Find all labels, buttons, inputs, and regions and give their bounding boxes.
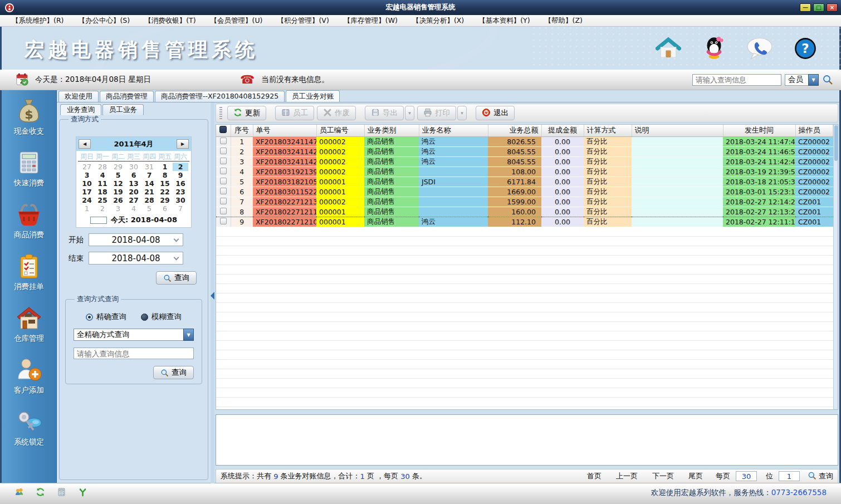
- calendar-date[interactable]: 1: [157, 163, 173, 171]
- radio-fuzzy-query[interactable]: 模糊查询: [141, 312, 182, 322]
- keyword-query-button[interactable]: 查询: [153, 366, 194, 379]
- calendar-date[interactable]: 9: [173, 171, 188, 179]
- minimize-button[interactable]: —: [800, 3, 811, 12]
- sidebar-item-系统锁定[interactable]: 系统锁定: [14, 408, 44, 447]
- column-header-seq[interactable]: 序号: [231, 125, 253, 136]
- calc-small-icon[interactable]: [57, 487, 66, 498]
- calendar-date[interactable]: 24: [79, 196, 95, 204]
- calendar-date[interactable]: 23: [173, 188, 188, 196]
- calendar-date[interactable]: 31: [141, 163, 157, 171]
- row-checkbox[interactable]: [220, 208, 227, 214]
- calendar-date[interactable]: 6: [157, 204, 173, 213]
- menu-item[interactable]: 【系统维护】(R): [4, 16, 71, 26]
- table-row[interactable]: 1XF20180324114741000002商品销售鸿云8026.550.00…: [216, 136, 833, 146]
- calendar-date[interactable]: 20: [126, 188, 141, 196]
- home-icon[interactable]: [655, 36, 682, 61]
- calendar-date[interactable]: 11: [95, 179, 110, 188]
- calendar-date[interactable]: 30: [126, 163, 141, 171]
- row-checkbox[interactable]: [220, 148, 227, 154]
- close-button[interactable]: ×: [827, 3, 838, 12]
- search-category-select[interactable]: 会员 ▼: [785, 74, 819, 86]
- menu-item[interactable]: 【基本资料】(Y): [471, 16, 537, 26]
- page-number-input[interactable]: [779, 471, 800, 481]
- per-page-input[interactable]: [736, 471, 757, 481]
- search-input[interactable]: [692, 74, 781, 86]
- calendar-prev-button[interactable]: ◀: [79, 139, 91, 149]
- fork-icon[interactable]: [78, 487, 87, 498]
- table-row[interactable]: 4XF20180319213951000002商品销售108.000.00百分比…: [216, 167, 833, 177]
- menu-item[interactable]: 【帮助】(Z): [537, 16, 590, 26]
- select-all-checkbox[interactable]: [219, 126, 227, 133]
- table-row[interactable]: 7XF20180227121325000002商品销售1599.000.00百分…: [216, 197, 833, 207]
- calendar-date[interactable]: 2: [95, 204, 110, 213]
- calendar-date[interactable]: 12: [110, 179, 126, 188]
- menu-item[interactable]: 【积分管理】(V): [270, 16, 336, 26]
- table-row[interactable]: 3XF20180324114214000002商品销售鸿云8045.550.00…: [216, 156, 833, 167]
- calendar-next-button[interactable]: ▶: [177, 139, 189, 149]
- sidebar-item-仓库管理[interactable]: 仓库管理: [14, 305, 44, 344]
- chevron-down-icon[interactable]: ▼: [183, 329, 194, 341]
- calendar-today-label[interactable]: 今天: 2018-04-08: [111, 215, 177, 225]
- menu-item[interactable]: 【库存管理】(W): [336, 16, 405, 26]
- table-scrollbar[interactable]: [833, 125, 838, 409]
- phone-bubble-icon[interactable]: [746, 36, 773, 61]
- maximize-button[interactable]: □: [813, 3, 824, 12]
- row-checkbox[interactable]: [220, 218, 227, 224]
- menu-item[interactable]: 【办公中心】(S): [71, 16, 137, 26]
- calendar-date[interactable]: 3: [110, 204, 126, 213]
- users-icon[interactable]: [14, 487, 24, 498]
- collapse-panel-icon[interactable]: [211, 292, 214, 300]
- calendar-date[interactable]: 6: [126, 171, 141, 179]
- table-row[interactable]: 5XF20180318210504000001商品销售JSDI6171.840.…: [216, 177, 833, 187]
- table-row[interactable]: 2XF20180324114245000002商品销售鸿云8045.550.00…: [216, 146, 833, 156]
- calendar-date[interactable]: 2: [173, 163, 188, 171]
- column-header-employee_no[interactable]: 员工编号: [316, 125, 364, 136]
- calendar-date[interactable]: 30: [173, 196, 188, 204]
- sidebar-item-商品消费[interactable]: 商品消费: [14, 201, 44, 240]
- chevron-down-icon[interactable]: ▼: [457, 106, 467, 120]
- calendar-date[interactable]: 27: [126, 196, 141, 204]
- calendar-date[interactable]: 4: [126, 204, 141, 213]
- calendar-today-box[interactable]: [90, 217, 107, 224]
- sidebar-item-客户添加[interactable]: 客户添加: [14, 356, 44, 395]
- chevron-down-icon[interactable]: ▼: [405, 106, 414, 120]
- menu-item[interactable]: 【会员管理】(U): [203, 16, 270, 26]
- search-icon[interactable]: [822, 74, 833, 85]
- page-link-上一页[interactable]: 上一页: [609, 471, 645, 481]
- page-link-下一页[interactable]: 下一页: [645, 471, 681, 481]
- table-row[interactable]: 6XF20180301152240000001商品销售1669.000.00百分…: [216, 187, 833, 197]
- calendar-date[interactable]: 29: [157, 196, 173, 204]
- calendar-date[interactable]: 25: [95, 196, 110, 204]
- calendar-date[interactable]: 7: [141, 171, 157, 179]
- start-date-select[interactable]: 2018-04-08: [89, 233, 183, 246]
- 退出-button[interactable]: 退出: [476, 106, 515, 120]
- calendar-date[interactable]: 28: [95, 163, 110, 171]
- calendar-date[interactable]: 19: [110, 188, 126, 196]
- calendar-date[interactable]: 3: [79, 171, 95, 179]
- calendar-date[interactable]: 26: [110, 196, 126, 204]
- calendar-date[interactable]: 4: [95, 171, 110, 179]
- row-checkbox[interactable]: [220, 188, 227, 194]
- calendar-date[interactable]: 16: [173, 179, 188, 188]
- subtab-员工业务[interactable]: 员工业务: [102, 104, 144, 115]
- panel-splitter[interactable]: [211, 102, 214, 483]
- calendar-date[interactable]: 5: [110, 171, 126, 179]
- column-header-name[interactable]: 业务名称: [419, 125, 488, 136]
- scrollbar-thumb[interactable]: [834, 125, 838, 161]
- calendar-date[interactable]: 17: [79, 188, 95, 196]
- calendar-date[interactable]: 13: [126, 179, 141, 188]
- column-header-operator[interactable]: 操作员: [795, 125, 833, 136]
- sidebar-item-消费挂单[interactable]: 消费挂单: [14, 253, 44, 292]
- calendar-date[interactable]: 14: [141, 179, 157, 188]
- calendar-date[interactable]: 21: [141, 188, 157, 196]
- calendar-date[interactable]: 8: [157, 171, 173, 179]
- row-checkbox[interactable]: [220, 168, 227, 174]
- row-checkbox[interactable]: [220, 138, 227, 144]
- refresh-icon[interactable]: [36, 487, 45, 498]
- tab-员工业务对账[interactable]: 员工业务对账: [286, 90, 340, 102]
- menu-item[interactable]: 【决策分析】(X): [405, 16, 471, 26]
- column-header-commission[interactable]: 提成金额: [541, 125, 584, 136]
- tab-欢迎使用[interactable]: 欢迎使用: [58, 91, 99, 102]
- tab-商品消费管理[interactable]: 商品消费管理: [100, 91, 154, 102]
- calendar-date[interactable]: 28: [141, 196, 157, 204]
